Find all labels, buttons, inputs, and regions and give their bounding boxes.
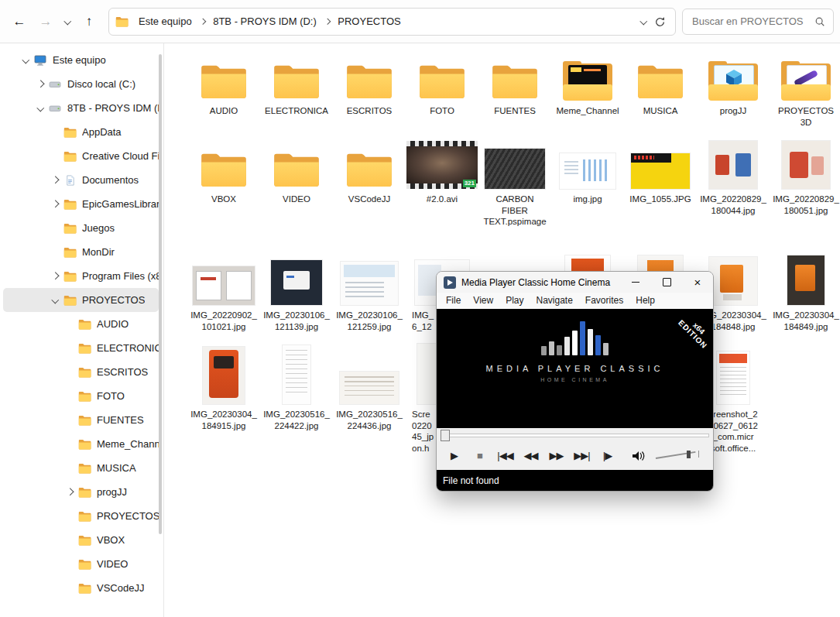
grid-item-img-20230304-184915-jpg[interactable]: IMG_20230304_184915.jpg [187,339,260,454]
sidebar-item-escritos[interactable]: ESCRITOS [3,360,159,384]
image-thumbnail [203,347,245,404]
grid-item-foto[interactable]: FOTO [406,50,478,128]
folder-icon [63,199,77,210]
sidebar-item-musica[interactable]: MUSICA [3,456,159,480]
volume-icon[interactable] [631,450,646,462]
chevron-right-icon[interactable] [324,19,331,25]
sidebar-item-program-files-x86[interactable]: Program Files (x86) [3,264,159,288]
grid-item-proyectos-3d[interactable]: PROYECTOS 3D [770,50,840,128]
grid-item-img-20230106-121139-jpg[interactable]: IMG_20230106_121139.jpg [260,254,333,332]
chevron-right-icon[interactable] [35,81,46,87]
search-input[interactable] [691,15,810,28]
grid-item-meme-channel[interactable]: Meme_Channel [551,50,624,128]
grid-item-musica[interactable]: MUSICA [624,50,697,128]
breadcrumb-segment-8tb-proys-idm-d[interactable]: 8TB - PROYS IDM (D:) [207,13,322,29]
mpc-menu-favorites[interactable]: Favorites [579,293,629,309]
grid-item-img-20230304-184849-jpg[interactable]: IMG_20230304_184849.jpg [770,254,840,332]
grid-item-img-20230516-224436-jpg[interactable]: IMG_20230516_224436.jpg [333,339,406,454]
mpc-menu-file[interactable]: File [440,293,467,309]
chevron-right-icon[interactable] [64,489,76,495]
grid-item-img-20230516-224422-jpg[interactable]: IMG_20230516_224422.jpg [260,339,333,454]
refresh-icon[interactable] [653,15,669,28]
volume-thumb[interactable] [687,451,691,458]
address-dropdown-icon[interactable] [634,15,653,27]
grid-item-img-jpg[interactable]: img.jpg [551,138,624,228]
chevron-down-icon[interactable] [50,297,61,303]
mpc-titlebar[interactable]: Media Player Classic Home Cinema × [437,272,713,293]
thumbnail [273,50,321,101]
seek-bar[interactable] [437,428,713,441]
grid-item-electronica[interactable]: ELECTRONICA [260,50,333,128]
sidebar-item-audio[interactable]: AUDIO [3,312,159,336]
maximize-button[interactable] [651,272,682,293]
grid-item-img-20220829-180044-jpg[interactable]: IMG_20220829_180044.jpg [697,138,770,228]
thumbnail [200,50,248,101]
grid-item-video[interactable]: VIDEO [260,138,333,228]
breadcrumb-segment-este-equipo[interactable]: Este equipo [133,13,197,29]
back-button[interactable]: ← [6,9,33,35]
sidebar-item-appdata[interactable]: AppData [3,120,159,144]
sidebar-item-8tb-proys-idm-d[interactable]: 8TB - PROYS IDM (D:) [3,96,159,120]
chevron-down-icon[interactable] [35,105,46,111]
seek-thumb[interactable] [441,430,450,441]
sidebar-scrollbar[interactable] [159,54,162,534]
mpc-menu-play[interactable]: Play [499,293,530,309]
mpc-menu-help[interactable]: Help [629,293,661,309]
sidebar-item-electronica[interactable]: ELECTRONICA [3,336,159,360]
sidebar-item-vscodejj[interactable]: VSCodeJJ [3,576,159,600]
sidebar-item-creative-cloud-files[interactable]: Creative Cloud Files [3,144,159,168]
grid-item-img-20220902-101021-jpg[interactable]: IMG_20220902_101021.jpg [187,254,260,332]
forward-button[interactable]: → [33,9,59,35]
grid-item-progjj[interactable]: progJJ [697,50,770,128]
grid-item-img-20220829-180051-jpg[interactable]: IMG_20220829_180051.jpg [770,138,840,228]
recent-locations-dropdown[interactable] [59,9,76,35]
grid-item-escritos[interactable]: ESCRITOS [333,50,406,128]
file-label: progJJ [720,105,747,117]
chevron-right-icon[interactable] [200,19,206,25]
sidebar-item-proyectos[interactable]: PROYECTOS [3,288,159,312]
grid-item-fuentes[interactable]: FUENTES [478,50,551,128]
fast-forward-button[interactable]: ▶▶ [543,450,569,461]
grid-item-img-20230106-121259-jpg[interactable]: IMG_20230106_121259.jpg [333,254,406,332]
mpc-menu-view[interactable]: View [467,293,499,309]
volume-slider[interactable] [654,448,701,464]
rewind-button[interactable]: ◀◀ [518,450,543,461]
up-button[interactable]: ↑ [76,9,102,35]
mpc-menu-navigate[interactable]: Navigate [530,293,578,309]
seek-track[interactable] [441,434,709,437]
chevron-right-icon[interactable] [50,273,61,279]
sidebar-item-video[interactable]: VIDEO [3,552,159,576]
chevron-right-icon[interactable] [50,201,61,207]
chevron-down-icon[interactable] [20,57,32,63]
grid-item-img-1055-jpg[interactable]: IMG_1055.JPG [624,138,697,228]
sidebar-item-meme-channel[interactable]: Meme_Channel [3,432,159,456]
close-button[interactable]: × [682,272,713,293]
sidebar-item-fuentes[interactable]: FUENTES [3,408,159,432]
search-icon[interactable] [814,16,825,27]
breadcrumb-segment-proyectos[interactable]: PROYECTOS [332,13,406,29]
image-thumbnail [341,262,398,305]
sidebar-item-vbox[interactable]: VBOX [3,528,159,552]
play-button[interactable]: ▶ [441,450,467,461]
minimize-button[interactable] [620,272,651,293]
sidebar-item-mondir[interactable]: MonDir [3,240,159,264]
frame-step-button[interactable]: |▶ [595,450,620,461]
address-bar[interactable]: Este equipo8TB - PROYS IDM (D:)PROYECTOS [108,8,676,36]
sidebar-item-juegos[interactable]: Juegos [3,216,159,240]
sidebar-item-epicgameslibrary[interactable]: EpicGamesLibrary [3,192,159,216]
sidebar-item-proyectos-3d[interactable]: PROYECTOS 3D [3,504,159,528]
sidebar-item-progjj[interactable]: progJJ [3,480,159,504]
grid-item-2-0-avi[interactable]: 321#2.0.avi [406,138,478,228]
sidebar-item-documentos[interactable]: Documentos [3,168,159,192]
grid-item-vscodejj[interactable]: VSCodeJJ [333,138,406,228]
chevron-right-icon[interactable] [50,177,61,183]
skip-forward-button[interactable]: ▶▶| [569,450,595,461]
grid-item-carbon-fiber-text-pspimage[interactable]: CARBON FIBER TEXT.pspimage [478,138,551,228]
grid-item-audio[interactable]: AUDIO [187,50,260,128]
sidebar-item-disco-local-c[interactable]: Disco local (C:) [3,72,159,96]
stop-button[interactable]: ■ [467,450,492,461]
skip-back-button[interactable]: |◀◀ [492,450,518,461]
sidebar-item-foto[interactable]: FOTO [3,384,159,408]
sidebar-item-este-equipo[interactable]: Este equipo [3,48,159,72]
grid-item-vbox[interactable]: VBOX [187,138,260,228]
